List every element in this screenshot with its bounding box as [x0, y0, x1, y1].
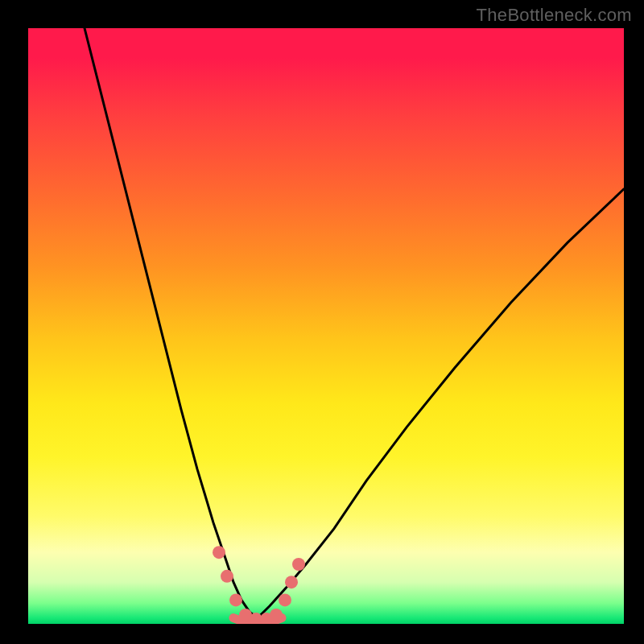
left-branch-curve: [85, 28, 258, 618]
chart-frame: TheBottleneck.com: [0, 0, 644, 644]
right-branch-curve: [258, 189, 624, 618]
valley-marker-dot: [229, 593, 242, 606]
plot-area: [28, 28, 624, 624]
bottleneck-curves-svg: [28, 28, 624, 624]
curve-group: [85, 28, 624, 624]
watermark-text: TheBottleneck.com: [477, 5, 632, 26]
valley-marker-dot: [279, 593, 291, 606]
valley-marker-dot: [213, 546, 225, 559]
valley-marker-dot: [270, 609, 283, 621]
valley-marker-dot: [221, 570, 233, 583]
valley-marker-dot: [292, 558, 305, 571]
valley-marker-dot: [285, 576, 298, 588]
